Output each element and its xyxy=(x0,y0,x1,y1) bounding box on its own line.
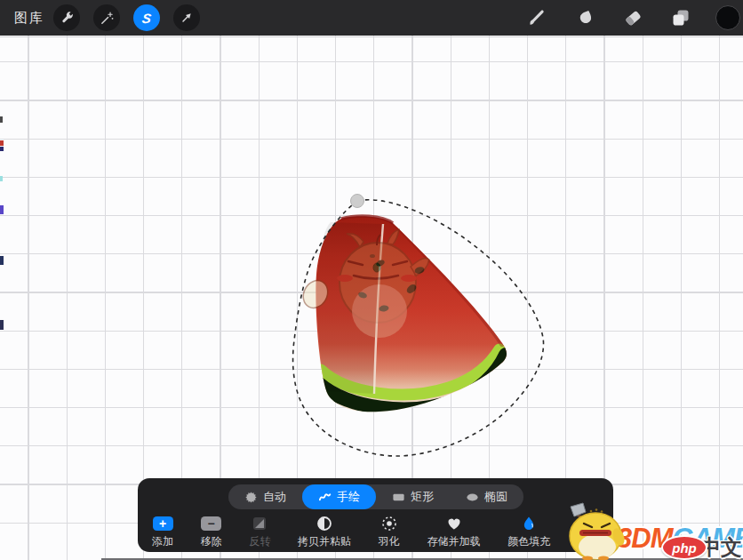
action-label: 羽化 xyxy=(379,534,400,549)
arrow-cursor-icon xyxy=(180,11,194,25)
mode-automatic[interactable]: 自动 xyxy=(228,484,302,509)
mode-ellipse[interactable]: 椭圆 xyxy=(450,484,523,509)
auto-blob-icon xyxy=(244,491,258,504)
edge-artifact xyxy=(0,116,3,123)
edge-artifact xyxy=(0,176,3,181)
color-swatch-button[interactable] xyxy=(715,5,740,30)
php-text: php xyxy=(672,540,697,556)
action-label: 反转 xyxy=(249,534,270,549)
selection-mode-tabs: 自动 手绘 矩形 椭圆 xyxy=(228,484,523,509)
edge-artifact xyxy=(0,205,4,214)
magic-wand-icon xyxy=(100,11,115,26)
add-plus-icon: + xyxy=(153,516,173,531)
mode-label: 自动 xyxy=(263,489,286,505)
wrench-icon xyxy=(60,11,75,26)
selection-button[interactable]: S xyxy=(133,4,160,31)
duck-mascot-watermark xyxy=(558,500,635,560)
freehand-icon xyxy=(318,491,332,504)
action-add[interactable]: + 添加 xyxy=(152,514,173,551)
action-label: 颜色填充 xyxy=(507,534,550,549)
ellipse-icon xyxy=(466,491,479,504)
action-invert[interactable]: 反转 xyxy=(249,514,270,551)
action-label: 添加 xyxy=(152,534,173,549)
gallery-button[interactable]: 图库 xyxy=(14,0,44,36)
canvas-document-edge-top xyxy=(0,36,743,37)
layers-icon[interactable] xyxy=(670,7,691,28)
edge-artifact xyxy=(0,140,4,146)
mode-freehand[interactable]: 手绘 xyxy=(302,484,376,509)
edge-artifact xyxy=(0,147,4,151)
action-label: 移除 xyxy=(201,534,222,549)
php-logo-watermark: php xyxy=(661,535,707,560)
remove-minus-icon: − xyxy=(201,516,221,531)
selection-panel: 自动 手绘 矩形 椭圆 + 添加 − 移除 xyxy=(138,478,613,552)
mode-label: 椭圆 xyxy=(484,489,507,505)
invert-icon xyxy=(252,516,267,531)
action-remove[interactable]: − 移除 xyxy=(201,514,222,551)
smudge-icon[interactable] xyxy=(574,7,595,28)
mode-rectangle[interactable]: 矩形 xyxy=(376,484,450,509)
action-label: 拷贝并粘贴 xyxy=(298,534,351,549)
mode-label: 矩形 xyxy=(411,489,434,505)
edge-artifact xyxy=(0,320,4,330)
action-feather[interactable]: 羽化 xyxy=(379,514,400,551)
action-copy-paste[interactable]: 拷贝并粘贴 xyxy=(298,514,351,551)
top-toolbar: 图库 S xyxy=(0,0,743,36)
action-save-load[interactable]: 存储并加载 xyxy=(427,514,481,551)
action-label: 存储并加载 xyxy=(427,534,481,549)
heart-icon xyxy=(446,516,462,532)
copy-paste-icon xyxy=(316,516,332,532)
selection-actions: + 添加 − 移除 反转 拷贝并粘贴 xyxy=(138,514,613,551)
rectangle-icon xyxy=(392,491,405,504)
adjustments-button[interactable] xyxy=(93,4,120,31)
eraser-icon[interactable] xyxy=(622,7,643,28)
transform-button[interactable] xyxy=(173,4,200,31)
actions-button[interactable] xyxy=(53,4,80,31)
brush-icon[interactable] xyxy=(526,7,547,28)
mode-label: 手绘 xyxy=(337,489,360,505)
edge-artifact xyxy=(0,256,4,265)
feather-icon xyxy=(381,516,397,532)
color-fill-icon xyxy=(521,516,537,532)
selection-s-icon: S xyxy=(141,11,152,26)
action-color-fill[interactable]: 颜色填充 xyxy=(507,514,550,551)
